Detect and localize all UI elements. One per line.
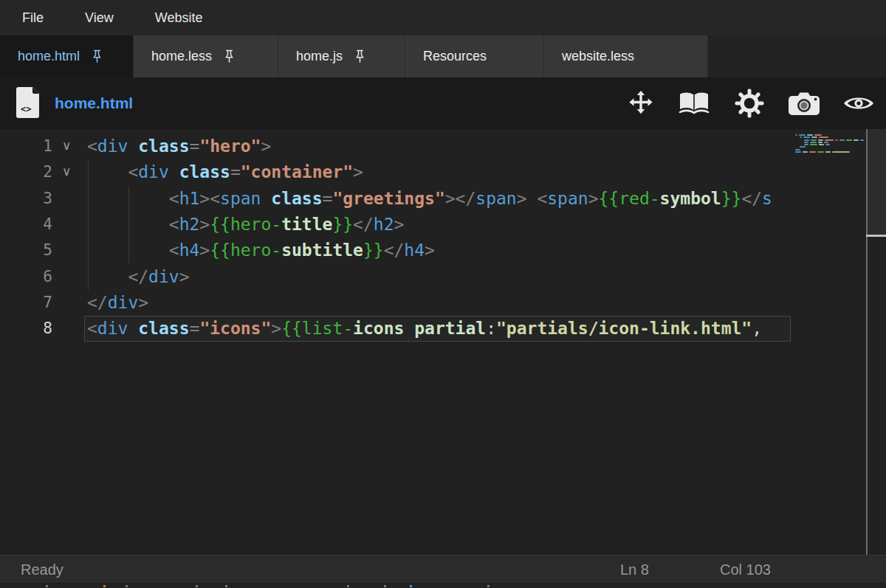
menu-website[interactable]: Website [155, 10, 203, 26]
status-message: Ready [21, 556, 63, 584]
code-area[interactable]: 1∨<div class="hero">2∨ <div class="conta… [0, 134, 792, 551]
tab-website-less[interactable]: website.less [544, 35, 708, 77]
code-text: <h1><span class="greetings"></span> <spa… [87, 186, 772, 212]
code-line[interactable]: 4 <h2>{{hero-title}}</h2> [0, 212, 792, 238]
open-file-title: home.html [55, 94, 133, 112]
camera-icon[interactable] [787, 86, 821, 120]
svg-text:<>: <> [21, 104, 31, 114]
code-text: <div class="icons">{{list-icons partial:… [87, 316, 762, 342]
code-text: <div class="hero"> [87, 134, 271, 159]
scrollbar-thumb-edge[interactable] [866, 235, 886, 237]
pin-icon[interactable] [354, 49, 365, 63]
scrollbar-track-border [866, 129, 868, 555]
app-window: FileViewWebsite home.htmlhome.lesshome.j… [0, 0, 886, 588]
menu-view[interactable]: View [85, 10, 114, 26]
status-bar: Ready Ln 8 Col 103 [0, 555, 886, 584]
code-text: </div> [87, 290, 148, 316]
book-icon[interactable] [677, 86, 711, 120]
code-text: <div class="container"> [87, 159, 363, 185]
code-line[interactable]: 7</div> [0, 290, 792, 316]
line-number: 8 [0, 316, 52, 342]
line-number: 7 [0, 290, 52, 316]
code-text: <h4>{{hero-subtitle}}</h4> [87, 238, 435, 263]
scrollbar-thumb[interactable] [868, 129, 886, 235]
cursor-column-indicator: Col 103 [720, 556, 771, 584]
menu-bar: FileViewWebsite [0, 0, 886, 35]
line-number: 6 [0, 264, 52, 290]
puzzle-icon[interactable] [624, 86, 658, 120]
tab-label: website.less [562, 49, 634, 64]
gear-icon[interactable] [732, 86, 766, 120]
eye-icon[interactable] [842, 86, 876, 120]
line-number: 4 [0, 212, 52, 238]
pin-icon[interactable] [224, 49, 235, 63]
cursor-line-indicator: Ln 8 [620, 556, 649, 584]
tab-home-html[interactable]: home.html [0, 35, 134, 77]
code-editor[interactable]: 1∨<div class="hero">2∨ <div class="conta… [0, 129, 886, 555]
tab-home-less[interactable]: home.less [134, 35, 278, 77]
tab-label: home.html [18, 49, 80, 64]
code-text: </div> [87, 264, 190, 290]
tab-label: Resources [423, 49, 487, 64]
line-number: 2 [0, 159, 52, 185]
code-line[interactable]: 1∨<div class="hero"> [0, 134, 792, 159]
fold-chevron-icon[interactable]: ∨ [62, 134, 71, 159]
clipped-text-row [0, 583, 886, 588]
tab-Resources[interactable]: Resources [405, 35, 544, 77]
fold-chevron-icon[interactable]: ∨ [62, 159, 71, 184]
line-number: 1 [0, 134, 52, 159]
menu-file[interactable]: File [22, 10, 44, 26]
html-document-icon: <> [16, 86, 40, 122]
line-number: 5 [0, 238, 52, 263]
tab-bar: home.htmlhome.lesshome.jsResourceswebsit… [0, 35, 886, 77]
minimap[interactable] [794, 134, 865, 153]
code-line[interactable]: 8<div class="icons">{{list-icons partial… [0, 316, 792, 342]
file-header: <> home.html [0, 77, 886, 129]
pin-icon[interactable] [92, 49, 103, 63]
code-line[interactable]: 5 <h4>{{hero-subtitle}}</h4> [0, 238, 792, 263]
code-text: <h2>{{hero-title}}</h2> [87, 212, 404, 238]
code-line[interactable]: 3 <h1><span class="greetings"></span> <s… [0, 186, 792, 212]
line-number: 3 [0, 186, 52, 212]
tab-home-js[interactable]: home.js [278, 35, 405, 77]
tab-label: home.less [151, 49, 212, 64]
code-line[interactable]: 6 </div> [0, 264, 792, 290]
tab-label: home.js [296, 49, 343, 64]
code-line[interactable]: 2∨ <div class="container"> [0, 159, 792, 185]
